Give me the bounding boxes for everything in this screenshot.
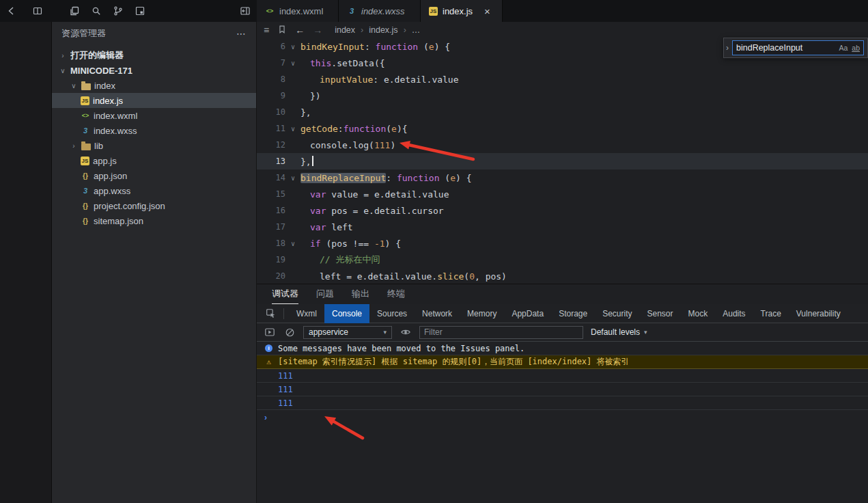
devtools-tab[interactable]: Sources: [369, 304, 415, 323]
editor-tab[interactable]: JSindex.js×: [421, 0, 503, 22]
whole-word-icon[interactable]: ab: [852, 44, 860, 52]
wxml-file-icon: <>: [81, 112, 90, 119]
devtools-tab[interactable]: Wxml: [289, 304, 324, 323]
execution-context-select[interactable]: appservice ▾: [303, 326, 392, 339]
warning-icon: ⚠: [264, 358, 274, 366]
code-text: console.log(111): [300, 140, 395, 150]
nav-back-arrow-icon[interactable]: ←: [295, 25, 305, 35]
match-case-icon[interactable]: Aa: [839, 44, 848, 52]
code-text: inputValue: e.detail.value: [300, 74, 459, 85]
devtools-tab[interactable]: Security: [595, 304, 639, 323]
copy-files-icon[interactable]: [64, 0, 85, 22]
code-line: 15var value = e.detail.value: [257, 186, 868, 202]
devtools-tab[interactable]: Network: [415, 304, 460, 323]
console-message-text: 111: [278, 398, 293, 408]
toggle-sidebar-icon[interactable]: [235, 0, 255, 22]
fold-icon[interactable]: ∨: [285, 240, 300, 247]
breadcrumb-item[interactable]: …: [412, 25, 421, 35]
split-window-icon[interactable]: [27, 0, 48, 22]
fold-icon[interactable]: ∨: [285, 59, 300, 67]
chevron-down-icon: ▾: [383, 329, 387, 336]
nav-back-icon[interactable]: [1, 0, 22, 22]
tree-item-label: sitemap.json: [94, 216, 143, 226]
panel-tab[interactable]: 输出: [352, 284, 369, 304]
tree-item[interactable]: 3index.wxss: [52, 123, 256, 138]
panel-tab[interactable]: 终端: [387, 284, 405, 304]
find-widget: › bindReplaceInput Aa ab: [723, 38, 868, 58]
chevron-icon: ›: [59, 52, 67, 59]
code-text: var left: [300, 222, 353, 232]
line-number: 9: [257, 91, 285, 100]
code-line: 9}): [257, 87, 868, 104]
fold-icon[interactable]: ∨: [285, 43, 300, 51]
wxss-file-icon: 3: [81, 126, 90, 135]
explorer-title: 资源管理器: [61, 27, 106, 40]
list-icon[interactable]: ≡: [264, 25, 269, 35]
close-icon[interactable]: ×: [484, 6, 490, 16]
devtools-tab[interactable]: Trace: [753, 304, 789, 323]
tree-item[interactable]: <>index.wxml: [52, 108, 256, 123]
run-icon[interactable]: [264, 321, 276, 343]
devtools-tab[interactable]: Audits: [715, 304, 753, 323]
console-prompt[interactable]: ›: [257, 410, 868, 422]
log-levels-value: Default levels: [591, 327, 640, 337]
breadcrumb-item[interactable]: index: [335, 25, 355, 35]
code-text: // 光标在中间: [300, 254, 380, 266]
console-message-text: 111: [278, 385, 293, 394]
code-area[interactable]: 6∨bindKeyInput: function (e) {7∨this.set…: [257, 38, 868, 284]
breadcrumb-item[interactable]: index.js: [369, 25, 397, 35]
devtools-tab[interactable]: Vulnerability: [789, 304, 848, 323]
info-icon: i: [265, 344, 272, 352]
tree-item[interactable]: JSapp.js: [52, 153, 256, 168]
clear-console-icon[interactable]: [283, 321, 296, 343]
filter-input[interactable]: [419, 326, 583, 339]
js-file-icon: JS: [81, 96, 89, 105]
panel-tab[interactable]: 问题: [316, 284, 334, 304]
fold-icon[interactable]: ∨: [285, 174, 300, 182]
devtools-tab[interactable]: AppData: [504, 304, 551, 323]
console-message-text: 111: [278, 371, 293, 381]
tree-item-label: lib: [94, 141, 103, 151]
find-expand-icon[interactable]: ›: [726, 43, 729, 53]
bookmark-icon[interactable]: [277, 25, 287, 36]
tree-item[interactable]: ›打开的编辑器: [52, 48, 256, 63]
tree-item[interactable]: JSindex.js: [52, 93, 256, 108]
chevron-icon: ∨: [70, 82, 78, 90]
line-number: 20: [257, 271, 285, 281]
code-text: bindKeyInput: function (e) {: [300, 42, 450, 52]
find-input[interactable]: bindReplaceInput Aa ab: [732, 40, 864, 55]
eye-icon[interactable]: [400, 321, 412, 343]
devtools-tab[interactable]: Memory: [460, 304, 504, 323]
more-actions-icon[interactable]: ⋯: [236, 28, 247, 39]
editor-tab[interactable]: <>index.wxml: [257, 0, 339, 22]
devtools-tab[interactable]: Sensor: [640, 304, 681, 323]
tree-item[interactable]: ∨MINICODE-171: [52, 63, 256, 78]
layout-icon[interactable]: [130, 0, 150, 22]
editor-tab[interactable]: 3index.wxss: [339, 0, 421, 22]
activity-strip: [0, 22, 52, 503]
code-text: this.setData({: [300, 58, 385, 68]
tree-item-label: app.wxss: [94, 186, 130, 196]
code-line: 14∨bindReplaceInput: function (e) {: [257, 169, 868, 186]
git-branch-icon[interactable]: [108, 0, 128, 22]
devtools-tab[interactable]: Storage: [551, 304, 595, 323]
breadcrumb-separator: ›: [361, 25, 363, 35]
tree-item[interactable]: 3app.wxss: [52, 183, 256, 198]
tree-item-label: 打开的编辑器: [70, 49, 124, 62]
search-icon[interactable]: [86, 0, 107, 22]
nav-forward-arrow-icon[interactable]: →: [313, 25, 322, 35]
line-number: 11: [257, 124, 285, 133]
log-levels-select[interactable]: Default levels ▾: [591, 327, 647, 337]
fold-icon[interactable]: ∨: [285, 125, 300, 133]
tree-item[interactable]: {}sitemap.json: [52, 213, 256, 228]
tree-item[interactable]: {}app.json: [52, 168, 256, 183]
tree-item[interactable]: ∨index: [52, 78, 256, 93]
tree-item-label: index: [94, 81, 115, 91]
tree-item[interactable]: ›lib: [52, 138, 256, 153]
tree-item[interactable]: {}project.config.json: [52, 198, 256, 213]
json-file-icon: {}: [81, 172, 90, 180]
panel-tab[interactable]: 调试器: [272, 284, 298, 304]
line-number: 16: [257, 206, 285, 215]
devtools-tab[interactable]: Console: [324, 304, 369, 323]
devtools-tab[interactable]: Mock: [681, 304, 716, 323]
